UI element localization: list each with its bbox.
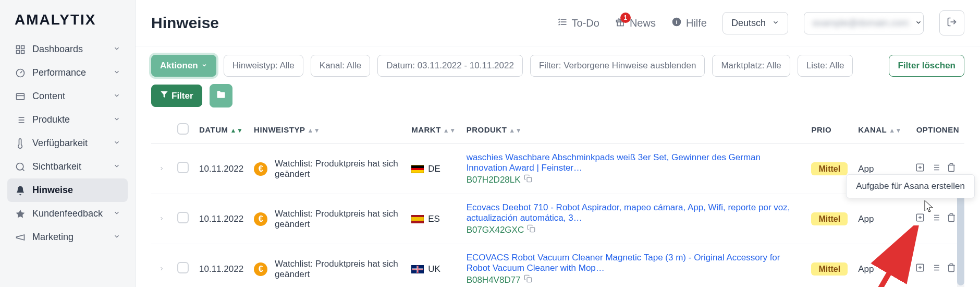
product-asin[interactable]: B08H4V8D77 bbox=[467, 274, 532, 285]
row-market: UK bbox=[406, 244, 461, 288]
chevron-down-icon bbox=[113, 161, 120, 172]
logout-button[interactable] bbox=[939, 10, 964, 35]
copy-icon[interactable] bbox=[527, 224, 535, 235]
todo-label: To-Do bbox=[572, 17, 599, 29]
filter-channel[interactable]: Kanal: Alle bbox=[311, 55, 370, 77]
filter-hint-type[interactable]: Hinweistyp: Alle bbox=[224, 55, 303, 77]
sidebar-item-verfügbarkeit[interactable]: Verfügbarkeit bbox=[7, 131, 128, 155]
bell-icon bbox=[15, 185, 26, 196]
gift-icon: 1 bbox=[615, 17, 626, 30]
product-link[interactable]: Ecovacs Deebot 710 - Robot Aspirador, ma… bbox=[467, 202, 790, 223]
col-market[interactable]: MARKT▲▼ bbox=[406, 116, 461, 144]
row-product: ECOVACS Robot Vacuum Cleaner Magnetic Ta… bbox=[461, 244, 806, 288]
product-asin[interactable]: B07H2D28LK bbox=[467, 174, 532, 185]
row-checkbox[interactable] bbox=[177, 162, 189, 173]
todo-link[interactable]: To-Do bbox=[557, 17, 599, 30]
content-icon bbox=[15, 91, 26, 102]
select-all-checkbox[interactable] bbox=[177, 123, 189, 135]
sidebar: AMALYTIX DashboardsPerformanceContentPro… bbox=[0, 0, 136, 287]
row-channel: App bbox=[853, 194, 907, 244]
expand-row[interactable] bbox=[151, 144, 172, 194]
sidebar-item-content[interactable]: Content bbox=[7, 85, 128, 108]
sidebar-item-performance[interactable]: Performance bbox=[7, 61, 128, 85]
sidebar-item-label: Verfügbarkeit bbox=[32, 138, 88, 149]
delete-button[interactable] bbox=[947, 163, 956, 172]
sidebar-item-dashboards[interactable]: Dashboards bbox=[7, 38, 128, 61]
filter-icon bbox=[160, 90, 168, 101]
table-wrap: DATUM▲▼ HINWEISTYP▲▼ MARKT▲▼ PRODUKT▲▼ P… bbox=[136, 116, 980, 287]
svg-rect-1 bbox=[21, 45, 24, 49]
chevron-down-icon bbox=[113, 114, 120, 125]
help-link[interactable]: i Hilfe bbox=[671, 17, 707, 30]
language-select[interactable]: Deutsch bbox=[722, 12, 788, 34]
list-button[interactable] bbox=[931, 213, 940, 222]
row-checkbox[interactable] bbox=[177, 262, 189, 273]
clear-filter-button[interactable]: Filter löschen bbox=[889, 55, 964, 77]
product-link[interactable]: ECOVACS Robot Vacuum Cleaner Magnetic Ta… bbox=[467, 253, 780, 273]
sidebar-item-hinweise[interactable]: Hinweise bbox=[7, 178, 128, 202]
add-task-button[interactable] bbox=[915, 213, 925, 222]
folder-button[interactable] bbox=[210, 84, 232, 107]
row-date: 10.11.2022 bbox=[194, 244, 249, 288]
chevron-down-icon bbox=[113, 44, 120, 55]
news-count-badge: 1 bbox=[620, 13, 631, 23]
svg-point-13 bbox=[17, 163, 23, 170]
list-icon bbox=[15, 115, 26, 125]
news-label: News bbox=[630, 17, 656, 29]
prio-badge: Mittel bbox=[811, 212, 848, 225]
page-title: Hinweise bbox=[151, 14, 219, 32]
scrollbar[interactable] bbox=[957, 192, 964, 287]
col-date[interactable]: DATUM▲▼ bbox=[194, 116, 249, 144]
chevron-down-icon bbox=[113, 91, 120, 102]
filter-bar: Aktionen Hinweistyp: Alle Kanal: Alle Da… bbox=[136, 46, 980, 116]
product-asin[interactable]: B07GX42GXC bbox=[467, 224, 536, 235]
list-button[interactable] bbox=[931, 263, 940, 272]
sidebar-item-kundenfeedback[interactable]: Kundenfeedback bbox=[7, 202, 128, 225]
list-button[interactable] bbox=[931, 163, 940, 172]
svg-rect-36 bbox=[530, 228, 535, 232]
chevron-down-icon bbox=[113, 67, 120, 78]
col-product[interactable]: PRODUKT▲▼ bbox=[461, 116, 806, 144]
col-type[interactable]: HINWEISTYP▲▼ bbox=[249, 116, 406, 144]
delete-button[interactable] bbox=[947, 263, 956, 272]
filter-list[interactable]: Liste: Alle bbox=[798, 55, 853, 77]
table-row: 10.11.2022€Watchlist: Produktpreis hat s… bbox=[151, 194, 964, 244]
row-prio: Mittel bbox=[806, 194, 853, 244]
expand-row[interactable] bbox=[151, 194, 172, 244]
star-icon bbox=[15, 209, 26, 219]
col-prio: PRIO bbox=[806, 116, 853, 144]
flag-es-icon bbox=[411, 215, 424, 223]
sidebar-item-marketing[interactable]: Marketing bbox=[7, 225, 128, 249]
sidebar-item-sichtbarkeit[interactable]: Sichtbarkeit bbox=[7, 155, 128, 178]
delete-button[interactable] bbox=[947, 213, 956, 222]
thermo-icon bbox=[15, 138, 26, 149]
filter-date[interactable]: Datum: 03.11.2022 - 10.11.2022 bbox=[377, 55, 523, 77]
row-date: 10.11.2022 bbox=[194, 144, 249, 194]
table-row: 10.11.2022€Watchlist: Produktpreis hat s… bbox=[151, 244, 964, 288]
news-link[interactable]: 1 News bbox=[615, 17, 656, 30]
svg-rect-26 bbox=[527, 177, 532, 182]
row-channel: App bbox=[853, 244, 907, 288]
tooltip-asana: Aufgabe für Asana erstellen bbox=[846, 174, 975, 198]
add-task-button[interactable] bbox=[915, 163, 925, 172]
chevron-down-icon bbox=[772, 18, 779, 29]
apply-filter-button[interactable]: Filter bbox=[151, 85, 202, 107]
copy-icon[interactable] bbox=[524, 274, 532, 285]
sidebar-item-produkte[interactable]: Produkte bbox=[7, 108, 128, 131]
row-checkbox[interactable] bbox=[177, 212, 189, 223]
product-link[interactable]: waschies Waschbare Abschminkpads weiß 3e… bbox=[467, 152, 761, 173]
col-channel[interactable]: KANAL▲▼ bbox=[853, 116, 907, 144]
actions-button[interactable]: Aktionen bbox=[151, 55, 216, 77]
expand-row[interactable] bbox=[151, 244, 172, 288]
sidebar-item-label: Dashboards bbox=[32, 44, 83, 55]
scrollbar-thumb[interactable] bbox=[957, 192, 964, 285]
row-options bbox=[907, 194, 964, 244]
filter-marketplace[interactable]: Marktplatz: Alle bbox=[712, 55, 790, 77]
user-select[interactable]: example@domain.com bbox=[804, 12, 924, 34]
marketing-icon bbox=[15, 232, 26, 243]
filter-hidden[interactable]: Filter: Verborgene Hinweise ausblenden bbox=[530, 55, 705, 77]
chevron-down-icon bbox=[113, 232, 120, 243]
copy-icon[interactable] bbox=[524, 174, 532, 185]
actions-label: Aktionen bbox=[160, 61, 198, 71]
add-task-button[interactable] bbox=[915, 263, 925, 272]
